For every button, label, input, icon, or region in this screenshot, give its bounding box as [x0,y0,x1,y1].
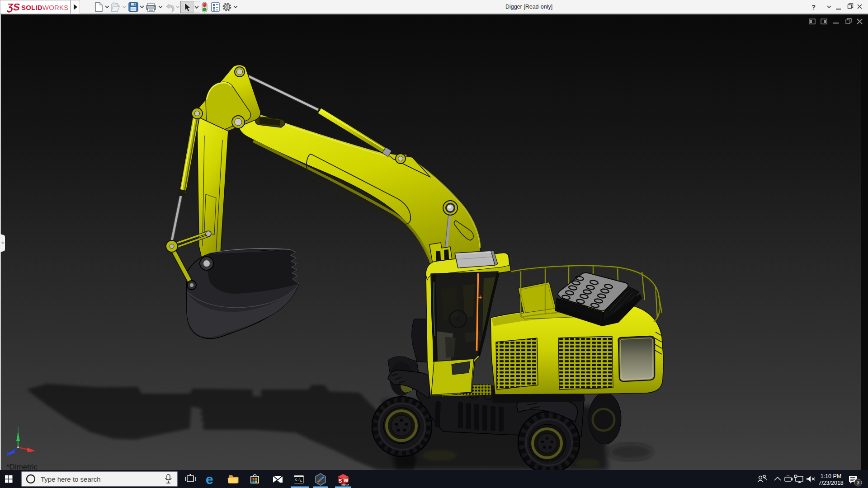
svg-text:3: 3 [857,480,859,485]
svg-text:2017: 2017 [341,483,349,487]
svg-text:e: e [206,472,213,487]
svg-text:7/23/2018: 7/23/2018 [818,480,844,486]
svg-text:*Dimetric: *Dimetric [6,463,38,470]
svg-text:?: ? [811,3,816,11]
svg-text:ƷS: ƷS [6,1,21,13]
svg-text:W: W [344,478,349,483]
svg-text:1:10 PM: 1:10 PM [821,473,842,479]
svg-text:SOLIDWORKS: SOLIDWORKS [21,4,69,11]
svg-text:Type here to search: Type here to search [41,475,101,483]
